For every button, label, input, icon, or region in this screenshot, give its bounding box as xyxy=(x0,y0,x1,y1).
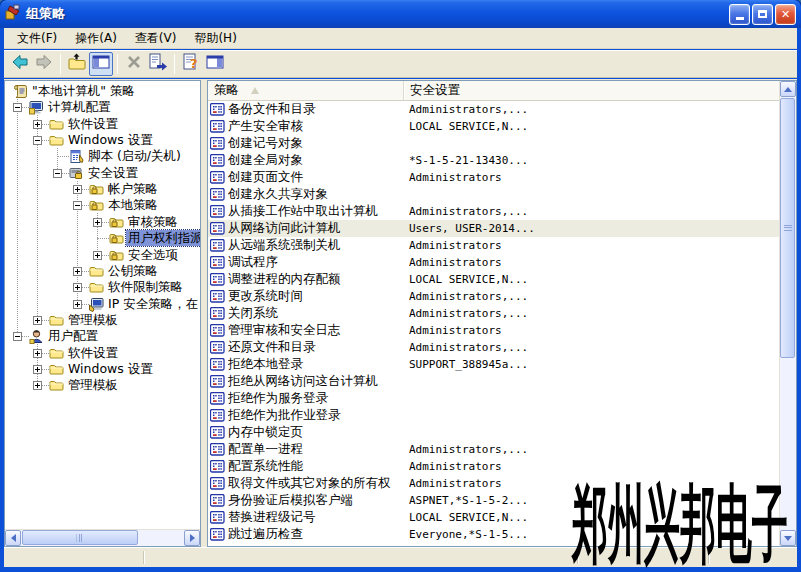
policy-row-1[interactable]: 产生安全审核LOCAL SERVICE,N... xyxy=(208,118,779,135)
tree-item-5[interactable]: 安全设置 xyxy=(5,165,200,182)
toolbar-delete-button[interactable] xyxy=(122,52,146,76)
tree-item-17[interactable]: Windows 设置 xyxy=(5,361,200,378)
horizontal-scroll-thumb[interactable] xyxy=(22,530,138,545)
tree-item-label[interactable]: "本地计算机" 策略 xyxy=(30,83,137,99)
title-bar[interactable]: 组策略 ✕ xyxy=(0,0,801,28)
collapse-minus-button[interactable] xyxy=(13,332,22,341)
expand-plus-button[interactable] xyxy=(33,365,42,374)
expand-plus-button[interactable] xyxy=(33,349,42,358)
tree-item-label[interactable]: IP 安全策略，在 xyxy=(106,296,200,312)
toolbar-export-list-button[interactable] xyxy=(146,52,170,76)
policy-row-4[interactable]: 创建页面文件Administrators xyxy=(208,169,779,186)
tree-item-label[interactable]: 安全选项 xyxy=(126,247,180,263)
tree-item-label[interactable]: 帐户策略 xyxy=(106,181,160,197)
column-header-security-setting[interactable]: 安全设置 xyxy=(404,81,779,100)
close-button[interactable]: ✕ xyxy=(775,4,796,25)
menu-item-0[interactable]: 文件(F) xyxy=(8,28,66,49)
tree-item-16[interactable]: 软件设置 xyxy=(5,345,200,362)
scroll-left-button[interactable] xyxy=(5,530,21,546)
tree-item-1[interactable]: 计算机配置 xyxy=(5,99,200,116)
policy-row-13[interactable]: 管理审核和安全日志Administrators xyxy=(208,322,779,339)
tree-item-label[interactable]: 本地策略 xyxy=(106,197,160,213)
tree-item-8[interactable]: 审核策略 xyxy=(5,214,200,231)
tree-item-0[interactable]: "本地计算机" 策略 xyxy=(5,83,200,100)
tree-item-label[interactable]: 脚本 (启动/关机) xyxy=(86,148,183,164)
toolbar-show-hide-action-pane-button[interactable] xyxy=(203,52,227,76)
toolbar-help-button[interactable]: ? xyxy=(179,52,203,76)
tree-item-13[interactable]: IP 安全策略，在 xyxy=(5,296,200,313)
policy-row-17[interactable]: 拒绝作为服务登录 xyxy=(208,390,779,407)
scroll-right-button[interactable] xyxy=(184,530,200,546)
expand-plus-button[interactable] xyxy=(73,283,82,292)
tree-item-11[interactable]: 公钥策略 xyxy=(5,263,200,280)
toolbar-show-hide-console-tree-button[interactable] xyxy=(89,52,113,76)
expand-plus-button[interactable] xyxy=(33,316,42,325)
tree-item-7[interactable]: 本地策略 xyxy=(5,197,200,214)
policy-row-12[interactable]: 关闭系统Administrators,... xyxy=(208,305,779,322)
tree-item-label[interactable]: 安全设置 xyxy=(86,165,140,181)
policy-row-0[interactable]: 备份文件和目录Administrators,... xyxy=(208,101,779,118)
tree-item-label[interactable]: 软件限制策略 xyxy=(106,279,185,295)
policy-row-5[interactable]: 创建永久共享对象 xyxy=(208,186,779,203)
expand-plus-button[interactable] xyxy=(93,218,102,227)
tree-item-label[interactable]: 用户权利指派 xyxy=(126,230,200,246)
vertical-scroll-thumb[interactable] xyxy=(780,98,795,358)
tree-item-label[interactable]: 审核策略 xyxy=(126,214,180,230)
tree-item-label[interactable]: 管理模板 xyxy=(66,377,120,393)
tree-item-label[interactable]: Windows 设置 xyxy=(66,361,155,377)
tree-item-15[interactable]: 用户配置 xyxy=(5,328,200,345)
menu-item-3[interactable]: 帮助(H) xyxy=(185,28,245,49)
collapse-minus-button[interactable] xyxy=(53,169,62,178)
scroll-up-button[interactable] xyxy=(780,81,796,97)
tree-item-label[interactable]: 计算机配置 xyxy=(46,99,113,115)
tree-item-label[interactable]: 软件设置 xyxy=(66,116,120,132)
tree-item-label[interactable]: 软件设置 xyxy=(66,345,120,361)
policy-row-14[interactable]: 还原文件和目录Administrators,... xyxy=(208,339,779,356)
column-header-policy[interactable]: 策略 xyxy=(208,81,404,100)
tree-item-3[interactable]: Windows 设置 xyxy=(5,132,200,149)
forward-icon xyxy=(34,52,54,76)
tree-item-label[interactable]: Windows 设置 xyxy=(66,132,155,148)
policy-row-6[interactable]: 从插接工作站中取出计算机Administrators,... xyxy=(208,203,779,220)
tree-item-4[interactable]: 脚本 (启动/关机) xyxy=(5,148,200,165)
collapse-minus-button[interactable] xyxy=(33,136,42,145)
tree-item-14[interactable]: 管理模板 xyxy=(5,312,200,329)
policy-row-3[interactable]: 创建全局对象*S-1-5-21-13430... xyxy=(208,152,779,169)
expand-plus-button[interactable] xyxy=(93,251,102,260)
menu-item-2[interactable]: 查看(V) xyxy=(126,28,186,49)
policy-row-18[interactable]: 拒绝作为批作业登录 xyxy=(208,407,779,424)
policy-row-15[interactable]: 拒绝本地登录SUPPORT_388945a... xyxy=(208,356,779,373)
tree-item-label[interactable]: 用户配置 xyxy=(46,328,100,344)
collapse-minus-button[interactable] xyxy=(13,103,22,112)
expand-plus-button[interactable] xyxy=(73,300,82,309)
collapse-minus-button[interactable] xyxy=(73,201,82,210)
policy-row-11[interactable]: 更改系统时间Administrators,... xyxy=(208,288,779,305)
expand-plus-button[interactable] xyxy=(33,381,42,390)
policy-row-19[interactable]: 内存中锁定页 xyxy=(208,424,779,441)
toolbar-up-one-level-button[interactable] xyxy=(65,52,89,76)
expand-plus-button[interactable] xyxy=(73,267,82,276)
policy-row-7[interactable]: 从网络访问此计算机Users, USER-2014... xyxy=(208,220,779,237)
policy-row-10[interactable]: 调整进程的内存配额LOCAL SERVICE,N... xyxy=(208,271,779,288)
tree-horizontal-scrollbar[interactable] xyxy=(5,529,200,546)
expand-plus-button[interactable] xyxy=(33,120,42,129)
tree-item-12[interactable]: 软件限制策略 xyxy=(5,279,200,296)
tree-item-label[interactable]: 管理模板 xyxy=(66,312,120,328)
tree-item-2[interactable]: 软件设置 xyxy=(5,116,200,133)
policy-row-9[interactable]: 调试程序Administrators xyxy=(208,254,779,271)
tree-item-label[interactable]: 公钥策略 xyxy=(106,263,160,279)
toolbar-back-button[interactable] xyxy=(8,52,32,76)
minimize-button[interactable] xyxy=(729,4,750,25)
maximize-button[interactable] xyxy=(752,4,773,25)
expand-plus-button[interactable] xyxy=(73,185,82,194)
tree-item-18[interactable]: 管理模板 xyxy=(5,377,200,394)
menu-item-1[interactable]: 操作(A) xyxy=(66,28,126,49)
policy-row-16[interactable]: 拒绝从网络访问这台计算机 xyxy=(208,373,779,390)
policy-row-8[interactable]: 从远端系统强制关机Administrators xyxy=(208,237,779,254)
tree-item-6[interactable]: 帐户策略 xyxy=(5,181,200,198)
toolbar-forward-button[interactable] xyxy=(32,52,56,76)
tree-item-10[interactable]: 安全选项 xyxy=(5,247,200,264)
policy-row-20[interactable]: 配置单一进程Administrators,... xyxy=(208,441,779,458)
tree-item-9[interactable]: 用户权利指派 xyxy=(5,230,200,247)
policy-row-2[interactable]: 创建记号对象 xyxy=(208,135,779,152)
